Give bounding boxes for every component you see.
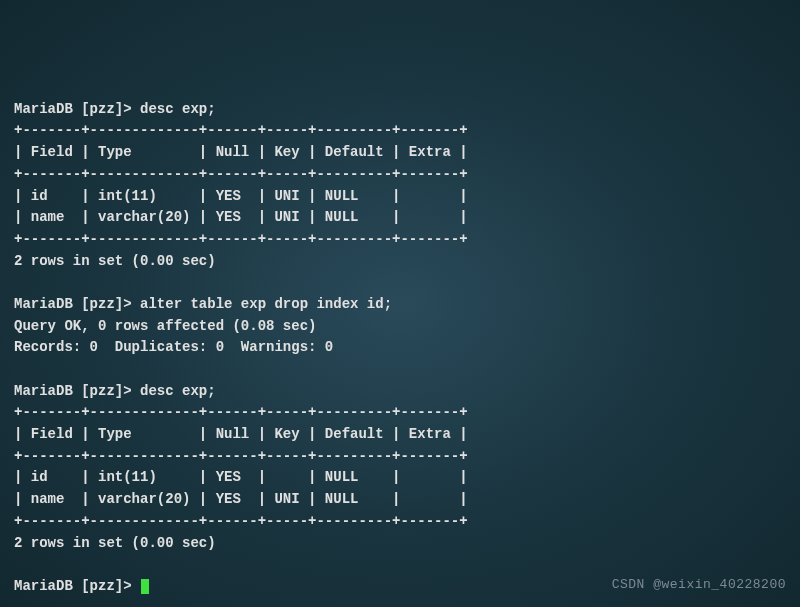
table1-row-1: | name | varchar(20) | YES | UNI | NULL … xyxy=(14,209,468,225)
table1-sep-mid: +-------+-------------+------+-----+----… xyxy=(14,166,468,182)
rows-msg-2: 2 rows in set (0.00 sec) xyxy=(14,535,216,551)
prompt-1: MariaDB [pzz]> desc exp; xyxy=(14,101,216,117)
table2-sep-mid: +-------+-------------+------+-----+----… xyxy=(14,448,468,464)
table1-sep-bot: +-------+-------------+------+-----+----… xyxy=(14,231,468,247)
prompt-prefix-3: MariaDB [pzz]> xyxy=(14,383,140,399)
table1-header: | Field | Type | Null | Key | Default | … xyxy=(14,144,468,160)
command-1: desc exp; xyxy=(140,101,216,117)
table2-header: | Field | Type | Null | Key | Default | … xyxy=(14,426,468,442)
table2-sep-top: +-------+-------------+------+-----+----… xyxy=(14,404,468,420)
prompt-3: MariaDB [pzz]> desc exp; xyxy=(14,383,216,399)
rows-msg-1: 2 rows in set (0.00 sec) xyxy=(14,253,216,269)
prompt-prefix-4: MariaDB [pzz]> xyxy=(14,578,140,594)
terminal-output: MariaDB [pzz]> desc exp; +-------+------… xyxy=(14,99,786,598)
cursor xyxy=(141,579,149,594)
prompt-4[interactable]: MariaDB [pzz]> xyxy=(14,578,149,594)
table1-sep-top: +-------+-------------+------+-----+----… xyxy=(14,122,468,138)
command-3: desc exp; xyxy=(140,383,216,399)
prompt-prefix-2: MariaDB [pzz]> xyxy=(14,296,140,312)
watermark: CSDN @weixin_40228200 xyxy=(612,575,786,595)
table1-row-0: | id | int(11) | YES | UNI | NULL | | xyxy=(14,188,468,204)
prompt-2: MariaDB [pzz]> alter table exp drop inde… xyxy=(14,296,392,312)
alter-response: Query OK, 0 rows affected (0.08 sec) Rec… xyxy=(14,318,333,356)
table2-sep-bot: +-------+-------------+------+-----+----… xyxy=(14,513,468,529)
prompt-prefix: MariaDB [pzz]> xyxy=(14,101,140,117)
command-2: alter table exp drop index id; xyxy=(140,296,392,312)
table2-row-1: | name | varchar(20) | YES | UNI | NULL … xyxy=(14,491,468,507)
table2-row-0: | id | int(11) | YES | | NULL | | xyxy=(14,469,468,485)
